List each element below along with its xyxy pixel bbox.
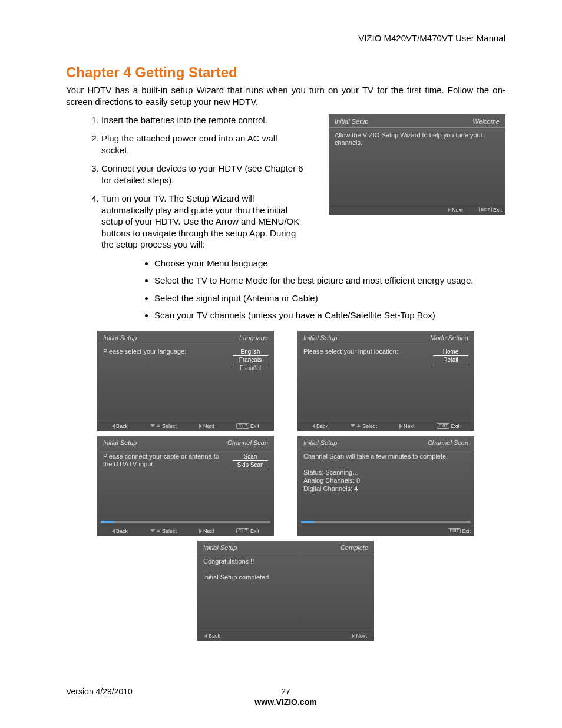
sub-bullets: Choose your Menu language Select the TV …: [131, 258, 505, 321]
welcome-panel-wrap: Initial Setup Welcome Allow the VIZIO Se…: [329, 114, 505, 215]
panel-heading: Initial Setup: [303, 439, 337, 446]
page: VIZIO M420VT/M470VT User Manual Chapter …: [0, 0, 562, 728]
step-item: Connect your devices to your HDTV (see C…: [101, 163, 310, 186]
arrow-left-icon: [204, 634, 207, 638]
exit-key-icon: EXIT: [236, 528, 249, 533]
panel-heading: Initial Setup: [303, 334, 337, 341]
document-header: VIZIO M420VT/M470VT User Manual: [66, 33, 505, 43]
welcome-panel: Initial Setup Welcome Allow the VIZIO Se…: [329, 114, 505, 215]
panel-footer: Back Select Next EXITExit: [297, 421, 474, 431]
language-panel: Initial Setup Language Please select you…: [97, 331, 274, 431]
next-hint: Next: [448, 207, 463, 213]
select-hint: Select: [351, 423, 377, 429]
panel-tag: Welcome: [472, 118, 500, 125]
arrow-up-icon: [156, 529, 161, 532]
panel-body-text: Allow the VIZIO Setup Wizard to help you…: [335, 131, 500, 201]
panel-tag: Channel Scan: [428, 439, 468, 446]
option-item: Retail: [433, 356, 468, 364]
analog-count: Analog Channels: 0: [303, 477, 468, 485]
progress-fill: [301, 521, 315, 523]
panel-body-text: Please select your language:: [103, 348, 228, 417]
completed-text: Initial Setup completed: [203, 574, 368, 582]
back-hint: Back: [112, 528, 128, 534]
intro-paragraph: Your HDTV has a built-in setup Wizard th…: [66, 84, 505, 108]
channel-scan-setup-panel: Initial Setup Channel Scan Please connec…: [97, 436, 274, 536]
panel-footer: Back Next: [197, 631, 374, 641]
exit-hint: EXITExit: [448, 528, 471, 534]
arrow-right-icon: [199, 424, 202, 429]
panel-heading: Initial Setup: [335, 118, 368, 125]
select-hint: Select: [150, 423, 177, 429]
exit-hint: EXITExit: [437, 423, 459, 429]
option-item: Home: [433, 348, 468, 356]
exit-key-icon: EXIT: [479, 207, 492, 212]
site-url: www.VIZIO.com: [66, 697, 505, 707]
panel-heading: Initial Setup: [203, 544, 237, 551]
option-item: Scan: [233, 453, 268, 461]
panel-body-text: Channel Scan will take a few minutes to …: [303, 453, 468, 461]
arrow-up-icon: [156, 424, 161, 427]
panel-options: English Français Español: [233, 348, 268, 417]
back-hint: Back: [112, 423, 128, 429]
panel-footer: EXITExit: [297, 526, 474, 536]
arrow-left-icon: [312, 424, 315, 429]
steps-list: Insert the batteries into the remote con…: [66, 114, 310, 258]
option-item: Español: [233, 364, 268, 372]
panel-footer: Back Select Next EXITExit: [97, 421, 274, 431]
step-item: Insert the batteries into the remote con…: [101, 114, 310, 126]
step-item: Plug the attached power cord into an AC …: [101, 133, 310, 156]
mode-panel: Initial Setup Mode Setting Please select…: [297, 331, 474, 431]
panel-row-3: Initial Setup Complete Congratulations !…: [66, 541, 505, 641]
panel-body-text: Please connect your cable or antenna to …: [103, 453, 228, 517]
arrow-right-icon: [399, 424, 402, 429]
bullet-item: Select the TV to Home Mode for the best …: [154, 275, 505, 286]
panel-tag: Channel Scan: [227, 439, 268, 446]
page-footer: Version 4/29/2010 27 www.VIZIO.com: [66, 687, 505, 707]
top-row: Insert the batteries into the remote con…: [66, 114, 505, 258]
complete-panel: Initial Setup Complete Congratulations !…: [197, 541, 374, 641]
panel-row-1: Initial Setup Language Please select you…: [66, 331, 505, 431]
option-item: Français: [233, 356, 268, 364]
bullet-item: Choose your Menu language: [154, 258, 505, 269]
panel-tag: Language: [239, 334, 268, 341]
panel-heading: Initial Setup: [103, 439, 137, 446]
arrow-down-icon: [351, 424, 355, 427]
scan-status: Status: Scanning…: [303, 469, 468, 477]
progress-bar: [101, 521, 270, 523]
exit-key-icon: EXIT: [236, 423, 249, 429]
arrow-left-icon: [112, 529, 115, 533]
arrow-right-icon: [352, 634, 355, 638]
next-hint: Next: [399, 423, 415, 429]
bullet-item: Select the signal input (Antenna or Cabl…: [154, 292, 505, 304]
arrow-up-icon: [356, 424, 361, 427]
panel-body-text: Please select your input location:: [303, 348, 428, 417]
progress-fill: [101, 521, 114, 523]
digital-count: Digital Channels: 4: [303, 485, 468, 493]
page-number: 27: [274, 687, 297, 696]
next-hint: Next: [352, 633, 367, 639]
next-hint: Next: [199, 423, 214, 429]
arrow-down-icon: [150, 529, 155, 532]
step-item: Turn on your TV. The Setup Wizard will a…: [101, 193, 310, 251]
exit-key-icon: EXIT: [448, 528, 461, 533]
panel-tag: Complete: [340, 544, 368, 551]
panel-options: Scan Skip Scan: [233, 453, 268, 517]
progress-bar: [301, 521, 471, 523]
version-text: Version 4/29/2010: [66, 687, 274, 696]
panel-tag: Mode Setting: [430, 334, 468, 341]
exit-key-icon: EXIT: [437, 423, 449, 429]
arrow-left-icon: [112, 424, 115, 429]
congrats-text: Congratulations !!: [203, 558, 368, 566]
arrow-right-icon: [448, 207, 451, 212]
panel-row-2: Initial Setup Channel Scan Please connec…: [66, 436, 505, 536]
panel-footer: Back Select Next EXITExit: [97, 526, 274, 536]
chapter-title: Chapter 4 Getting Started: [66, 64, 505, 81]
bullet-item: Scan your TV channels (unless you have a…: [154, 309, 505, 321]
back-hint: Back: [204, 633, 220, 639]
exit-hint: EXITExit: [236, 528, 259, 534]
panel-options: Home Retail: [433, 348, 468, 417]
select-hint: Select: [150, 528, 177, 534]
panel-heading: Initial Setup: [103, 334, 137, 341]
exit-hint: EXITExit: [479, 207, 502, 213]
channel-scan-progress-panel: Initial Setup Channel Scan Channel Scan …: [297, 436, 474, 536]
